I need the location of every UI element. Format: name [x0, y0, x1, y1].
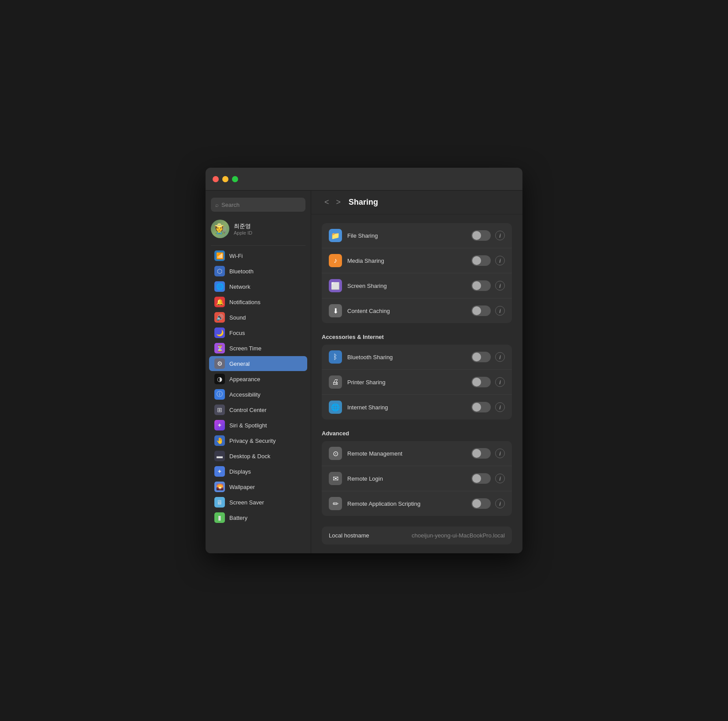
bluetooth-sharing-label: Bluetooth Sharing — [347, 354, 471, 360]
row-internet-sharing: 🌐Internet Sharingi — [322, 395, 512, 419]
remote-management-info-button[interactable]: i — [495, 449, 505, 458]
remote-scripting-controls: i — [471, 498, 505, 509]
user-name: 최준영 — [234, 222, 252, 230]
sidebar-item-bluetooth[interactable]: ⬡Bluetooth — [209, 264, 307, 279]
printer-sharing-icon: 🖨 — [329, 375, 342, 389]
sidebar-item-notifications[interactable]: 🔔Notifications — [209, 294, 307, 309]
sidebar-item-wifi[interactable]: 📶Wi-Fi — [209, 248, 307, 263]
search-placeholder: Search — [221, 202, 239, 208]
desktop-icon: ▬ — [214, 451, 225, 461]
bluetooth-sharing-controls: i — [471, 352, 505, 362]
sidebar-item-screentime[interactable]: ⏳Screen Time — [209, 341, 307, 356]
sidebar-item-appearance[interactable]: ◑Appearance — [209, 372, 307, 386]
printer-sharing-info-button[interactable]: i — [495, 377, 505, 387]
remote-scripting-toggle[interactable] — [471, 498, 491, 509]
sidebar-item-label-siri: Siri & Spotlight — [229, 422, 267, 429]
printer-sharing-toggle[interactable] — [471, 377, 491, 387]
sidebar-item-label-sound: Sound — [229, 314, 246, 321]
file-sharing-toggle[interactable] — [471, 230, 491, 241]
remote-scripting-icon: ✏ — [329, 497, 342, 510]
internet-sharing-toggle[interactable] — [471, 402, 491, 412]
media-sharing-icon: ♪ — [329, 254, 342, 267]
minimize-button[interactable] — [222, 176, 228, 182]
remote-management-toggle[interactable] — [471, 448, 491, 459]
notifications-icon: 🔔 — [214, 297, 225, 307]
file-sharing-info-button[interactable]: i — [495, 231, 505, 240]
maximize-button[interactable] — [232, 176, 238, 182]
internet-sharing-info-button[interactable]: i — [495, 402, 505, 412]
content-caching-info-button[interactable]: i — [495, 306, 505, 316]
main-window: ⌕ Search 🧑‍🌾 최준영 Apple ID 📶Wi-Fi⬡Bluetoo… — [206, 168, 522, 553]
section-advanced: Advanced⊙Remote Managementi✉Remote Login… — [322, 430, 512, 516]
sidebar-item-wallpaper[interactable]: 🌄Wallpaper — [209, 479, 307, 494]
sidebar-item-label-appearance: Appearance — [229, 376, 260, 383]
row-bluetooth-sharing: ᛒBluetooth Sharingi — [322, 345, 512, 370]
content-caching-toggle[interactable] — [471, 305, 491, 316]
screen-sharing-info-button[interactable]: i — [495, 281, 505, 291]
sidebar: ⌕ Search 🧑‍🌾 최준영 Apple ID 📶Wi-Fi⬡Bluetoo… — [206, 191, 311, 553]
screentime-icon: ⏳ — [214, 343, 225, 353]
row-screen-sharing: ⬜Screen Sharingi — [322, 273, 512, 298]
sidebar-item-siri[interactable]: ✦Siri & Spotlight — [209, 418, 307, 433]
sound-icon: 🔊 — [214, 312, 225, 323]
sidebar-item-controlcenter[interactable]: ⊞Control Center — [209, 402, 307, 417]
media-sharing-info-button[interactable]: i — [495, 256, 505, 265]
sidebar-item-battery[interactable]: ▮Battery — [209, 510, 307, 525]
sidebar-item-label-accessibility: Accessibility — [229, 391, 261, 398]
internet-sharing-icon: 🌐 — [329, 401, 342, 414]
bluetooth-icon: ⬡ — [214, 266, 225, 276]
close-button[interactable] — [213, 176, 219, 182]
nav-buttons: < > — [322, 197, 343, 208]
sidebar-item-screensaver[interactable]: 🖥Screen Saver — [209, 495, 307, 510]
sidebar-item-desktop[interactable]: ▬Desktop & Dock — [209, 449, 307, 464]
section-accessories-internet: Accessories & InternetᛒBluetooth Sharing… — [322, 334, 512, 419]
forward-button[interactable]: > — [334, 197, 344, 208]
remote-login-icon: ✉ — [329, 472, 342, 485]
media-sharing-label: Media Sharing — [347, 258, 471, 264]
sidebar-item-accessibility[interactable]: ⓘAccessibility — [209, 387, 307, 402]
sidebar-item-label-wifi: Wi-Fi — [229, 253, 243, 259]
screen-sharing-toggle[interactable] — [471, 280, 491, 291]
bluetooth-sharing-info-button[interactable]: i — [495, 352, 505, 362]
remote-login-toggle[interactable] — [471, 473, 491, 484]
sidebar-item-network[interactable]: 🌐Network — [209, 279, 307, 294]
sidebar-item-sound[interactable]: 🔊Sound — [209, 310, 307, 325]
user-profile[interactable]: 🧑‍🌾 최준영 Apple ID — [206, 217, 311, 243]
sidebar-item-label-privacy: Privacy & Security — [229, 438, 276, 444]
page-title: Sharing — [349, 198, 378, 207]
remote-login-info-button[interactable]: i — [495, 474, 505, 483]
sidebar-item-displays[interactable]: ✦Displays — [209, 464, 307, 479]
sidebar-item-label-bluetooth: Bluetooth — [229, 268, 254, 275]
back-button[interactable]: < — [322, 197, 332, 208]
sidebar-item-general[interactable]: ⚙General — [209, 356, 307, 371]
screensaver-icon: 🖥 — [214, 497, 225, 508]
sidebar-item-privacy[interactable]: 🤚Privacy & Security — [209, 433, 307, 448]
section-title-accessories-internet: Accessories & Internet — [322, 334, 512, 340]
user-subtitle: Apple ID — [234, 230, 252, 235]
file-sharing-controls: i — [471, 230, 505, 241]
avatar: 🧑‍🌾 — [211, 220, 229, 238]
remote-management-icon: ⊙ — [329, 447, 342, 460]
sidebar-item-label-battery: Battery — [229, 515, 247, 521]
sections-container: 📁File Sharingi♪Media Sharingi⬜Screen Sha… — [322, 223, 512, 516]
titlebar — [206, 168, 522, 191]
remote-scripting-info-button[interactable]: i — [495, 499, 505, 508]
wifi-icon: 📶 — [214, 250, 225, 261]
siri-icon: ✦ — [214, 420, 225, 430]
media-sharing-toggle[interactable] — [471, 255, 491, 266]
bluetooth-sharing-toggle[interactable] — [471, 352, 491, 362]
local-hostname-value: choeijun-yeong-ui-MacBookPro.local — [412, 532, 505, 539]
search-box[interactable]: ⌕ Search — [211, 198, 305, 212]
sidebar-item-label-displays: Displays — [229, 468, 251, 475]
user-info: 최준영 Apple ID — [234, 222, 252, 235]
sidebar-item-label-focus: Focus — [229, 330, 245, 336]
sidebar-item-label-notifications: Notifications — [229, 299, 261, 305]
network-icon: 🌐 — [214, 281, 225, 292]
screen-sharing-icon: ⬜ — [329, 279, 342, 292]
focus-icon: 🌙 — [214, 327, 225, 338]
remote-management-label: Remote Management — [347, 450, 471, 457]
sidebar-item-focus[interactable]: 🌙Focus — [209, 325, 307, 340]
privacy-icon: 🤚 — [214, 435, 225, 446]
remote-login-controls: i — [471, 473, 505, 484]
printer-sharing-controls: i — [471, 377, 505, 387]
